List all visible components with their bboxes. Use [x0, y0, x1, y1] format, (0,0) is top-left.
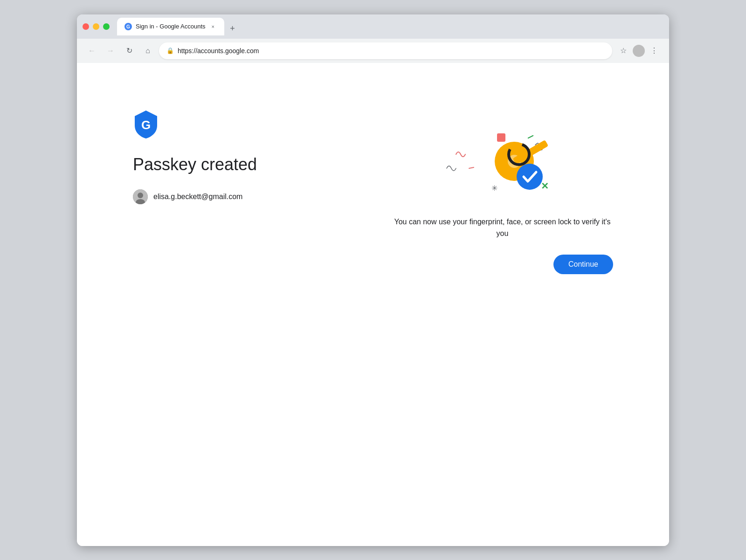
page-heading: Passkey created [133, 154, 354, 174]
svg-text:G: G [126, 24, 130, 29]
left-panel: G Passkey created elisa.g.beckett@gmail.… [133, 100, 354, 509]
nav-right-controls: ☆ ⋮ [616, 43, 662, 58]
tab-favicon: G [124, 23, 132, 30]
svg-line-8 [528, 136, 533, 138]
svg-rect-7 [497, 133, 505, 142]
address-bar[interactable]: 🔒 https://accounts.google.com [159, 42, 612, 59]
svg-point-4 [138, 193, 143, 198]
home-button[interactable]: ⌂ [140, 43, 155, 58]
user-email: elisa.g.beckett@gmail.com [153, 193, 242, 201]
svg-text:✳: ✳ [491, 184, 497, 192]
traffic-lights [83, 23, 110, 30]
page-content: G Passkey created elisa.g.beckett@gmail.… [77, 63, 669, 546]
profile-circle[interactable] [633, 45, 645, 57]
tab-bar: G Sign in - Google Accounts × + [117, 18, 663, 35]
content-wrapper: G Passkey created elisa.g.beckett@gmail.… [77, 63, 669, 546]
tab-title: Sign in - Google Accounts [136, 23, 206, 30]
svg-text:✕: ✕ [540, 181, 548, 191]
user-avatar [133, 189, 148, 204]
close-window-button[interactable] [83, 23, 89, 30]
browser-window: G Sign in - Google Accounts × + ← → ↻ ⌂ … [77, 14, 669, 546]
browser-tab[interactable]: G Sign in - Google Accounts × [117, 18, 224, 35]
nav-bar: ← → ↻ ⌂ 🔒 https://accounts.google.com ☆ … [77, 39, 669, 63]
description-text: You can now use your fingerprint, face, … [392, 216, 613, 240]
menu-button[interactable]: ⋮ [647, 43, 662, 58]
maximize-window-button[interactable] [103, 23, 110, 30]
new-tab-button[interactable]: + [226, 22, 239, 35]
svg-line-6 [469, 167, 474, 168]
continue-button[interactable]: Continue [553, 255, 613, 274]
reload-button[interactable]: ↻ [122, 43, 137, 58]
minimize-window-button[interactable] [93, 23, 99, 30]
title-bar: G Sign in - Google Accounts × + [77, 14, 669, 39]
user-info: elisa.g.beckett@gmail.com [133, 189, 354, 204]
bookmark-button[interactable]: ☆ [616, 43, 631, 58]
right-panel: ✳ ✕ [392, 100, 613, 509]
google-shield-logo: G [133, 110, 159, 139]
back-button[interactable]: ← [84, 43, 99, 58]
lock-icon: 🔒 [166, 47, 174, 54]
url-text: https://accounts.google.com [178, 47, 605, 55]
svg-text:G: G [141, 118, 151, 132]
passkey-illustration: ✳ ✕ [428, 108, 577, 201]
tab-close-button[interactable]: × [209, 23, 217, 30]
forward-button[interactable]: → [103, 43, 118, 58]
svg-point-18 [517, 164, 543, 190]
